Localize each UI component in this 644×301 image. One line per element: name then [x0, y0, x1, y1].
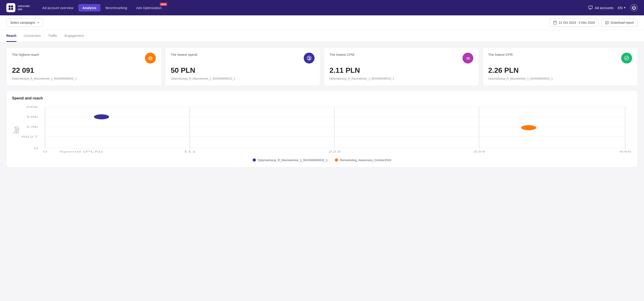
chart-legend: Optymalizacja_R_Mazowieckie_1_6624586696… — [12, 158, 632, 162]
svg-point-22 — [624, 56, 629, 60]
language-selector[interactable]: EN ▼ — [618, 6, 626, 10]
nav-benchmarking[interactable]: Benchmarking — [102, 4, 131, 12]
legend-item-2: Remarketing_Awareness_October2024 — [335, 158, 391, 162]
svg-text:111: 111 — [183, 150, 196, 153]
monitor-icon — [588, 6, 593, 10]
toolbar: Select campaigns ▼ 21 Oct 2024 - 3 Dec 2… — [0, 15, 644, 30]
metric-card-header: The highest reach — [12, 53, 156, 64]
metric-title: The lowest CPR — [488, 53, 512, 57]
svg-text:0: 0 — [34, 147, 38, 150]
toolbar-right: 21 Oct 2024 - 3 Dec 2024 Download report — [550, 19, 638, 27]
tab-traffic[interactable]: Traffic — [48, 30, 57, 42]
svg-point-17 — [148, 57, 150, 59]
svg-text:6627: 6627 — [21, 135, 38, 138]
metric-campaign: Optymalizacja_R_Mazowieckie_1_6624586696… — [12, 77, 156, 81]
logo: sotrender ads — [6, 3, 30, 12]
metric-campaign: Optymalizacja_R_Mazowieckie_1_6624586696… — [330, 77, 473, 81]
nav-ads-optimization[interactable]: Ads Optimization NEW — [132, 4, 166, 12]
legend-dot-2 — [335, 158, 338, 162]
power-button[interactable]: ⏻ — [630, 4, 638, 11]
chart-title: Spend and reach — [12, 96, 632, 101]
cpm-icon: 1k — [462, 53, 473, 64]
svg-text:1k: 1k — [466, 57, 470, 60]
metric-campaign: Optymalizacja_R_Mazowieckie_1_6624586696… — [171, 77, 314, 81]
legend-label-2: Remarketing_Awareness_October2024 — [340, 158, 391, 162]
metric-value: 22 091 — [12, 66, 156, 75]
metric-card-header: The lowest spend — [171, 53, 314, 64]
navbar: sotrender ads Ad account overview Analys… — [0, 0, 644, 15]
metric-title: The lowest CPM — [330, 53, 354, 57]
select-campaigns-label: Select campaigns — [10, 21, 35, 25]
download-label: Download report — [610, 21, 634, 25]
svg-point-18 — [151, 57, 152, 59]
tabs-bar: Reach Conversion Traffic Engagement — [0, 30, 644, 42]
date-range-label: 21 Oct 2024 - 3 Dec 2024 — [559, 21, 595, 25]
navbar-right: Ad accounts EN ▼ ⏻ — [588, 4, 638, 11]
date-range-button[interactable]: 21 Oct 2024 - 3 Dec 2024 — [550, 19, 598, 27]
nav-analysis[interactable]: Analysis — [78, 4, 100, 12]
metric-card-lowest-spend: The lowest spend 50 PLN Optymalizacja_R_… — [165, 48, 320, 86]
calendar-icon — [553, 21, 557, 25]
metric-title: The lowest spend — [171, 53, 197, 57]
select-campaigns-button[interactable]: Select campaigns ▼ — [6, 19, 43, 27]
svg-text:0: 0 — [43, 150, 47, 153]
svg-text:446: 446 — [619, 150, 631, 153]
svg-rect-0 — [8, 6, 10, 8]
chart-section: Spend and reach 26k 19k 13k 6627 0 Reach — [6, 90, 638, 167]
chart-container: 26k 19k 13k 6627 0 Reach — [12, 105, 632, 155]
metric-card-lowest-cpm: The lowest CPM 1k 2.11 PLN Optymalizacja… — [324, 48, 479, 86]
metric-campaign: Optymalizacja_R_Mazowieckie_1_6624586696… — [488, 77, 632, 81]
svg-rect-4 — [589, 6, 592, 9]
chart-svg: 26k 19k 13k 6627 0 Reach — [12, 105, 632, 155]
ad-accounts-label: Ad accounts — [595, 6, 614, 10]
lang-label: EN — [618, 6, 622, 10]
svg-text:Spend (PLN): Spend (PLN) — [59, 150, 103, 153]
metric-title: The highest reach — [12, 53, 39, 57]
metric-card-highest-reach: The highest reach 22 091 Optymalizacja_R… — [6, 48, 162, 86]
metric-cards: The highest reach 22 091 Optymalizacja_R… — [6, 48, 638, 86]
svg-text:334: 334 — [473, 150, 486, 153]
logo-text: sotrender ads — [18, 5, 30, 11]
chevron-down-icon: ▼ — [37, 21, 40, 24]
svg-rect-3 — [11, 8, 13, 10]
svg-rect-2 — [8, 8, 10, 10]
chart-dot-2[interactable] — [521, 125, 536, 130]
svg-rect-1 — [11, 6, 13, 8]
legend-item-1: Optymalizacja_R_Mazowieckie_1_6624586696… — [253, 158, 328, 162]
svg-text:223: 223 — [328, 150, 341, 153]
ad-accounts-button[interactable]: Ad accounts — [588, 6, 614, 10]
chart-dot-1[interactable] — [94, 114, 109, 119]
logo-icon — [6, 3, 15, 12]
download-report-button[interactable]: Download report — [601, 19, 638, 27]
cpr-icon — [621, 53, 632, 64]
nav-links: Ad account overview Analysis Benchmarkin… — [38, 4, 588, 12]
svg-text:13k: 13k — [26, 125, 38, 128]
reach-icon — [145, 53, 156, 64]
metric-card-header: The lowest CPR — [488, 53, 632, 64]
metric-card-header: The lowest CPM 1k — [330, 53, 473, 64]
metric-value: 2.26 PLN — [488, 66, 632, 75]
spend-icon — [304, 53, 314, 64]
legend-dot-1 — [253, 158, 256, 162]
tab-reach[interactable]: Reach — [6, 30, 16, 42]
new-badge: NEW — [160, 3, 167, 6]
metric-value: 50 PLN — [171, 66, 314, 75]
svg-text:Reach: Reach — [12, 126, 20, 134]
download-icon — [605, 21, 609, 25]
metric-card-lowest-cpr: The lowest CPR 2.26 PLN Optymalizacja_R_… — [482, 48, 638, 86]
nav-ad-account-overview[interactable]: Ad account overview — [38, 4, 78, 12]
chevron-down-icon: ▼ — [624, 6, 626, 9]
tab-conversion[interactable]: Conversion — [24, 30, 41, 42]
tab-engagement[interactable]: Engagement — [64, 30, 84, 42]
legend-label-1: Optymalizacja_R_Mazowieckie_1_6624586696… — [258, 158, 328, 162]
metric-value: 2.11 PLN — [330, 66, 473, 75]
svg-rect-8 — [554, 21, 556, 24]
svg-text:26k: 26k — [26, 106, 38, 108]
main-content: The highest reach 22 091 Optymalizacja_R… — [0, 42, 644, 173]
svg-text:19k: 19k — [26, 116, 38, 118]
